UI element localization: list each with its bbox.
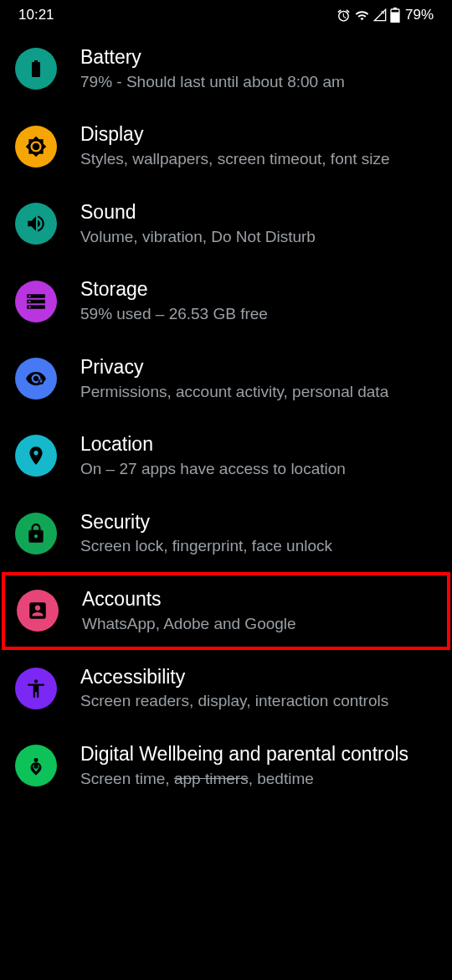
wellbeing-sub-strike: app timers [174, 770, 249, 787]
alarm-icon [336, 8, 351, 23]
setting-sound[interactable]: Sound Volume, vibration, Do Not Disturb [0, 185, 452, 262]
setting-wellbeing[interactable]: Digital Wellbeing and parental controls … [0, 727, 452, 804]
privacy-icon [15, 358, 57, 400]
accounts-icon [17, 590, 59, 632]
svg-rect-3 [391, 13, 399, 23]
storage-icon [15, 281, 57, 322]
setting-battery-sub: 79% - Should last until about 8:00 am [80, 72, 437, 93]
setting-accessibility[interactable]: Accessibility Screen readers, display, i… [0, 650, 452, 727]
setting-storage-text: Storage 59% used – 26.53 GB free [80, 277, 437, 324]
sound-icon [15, 203, 57, 245]
setting-display-title: Display [80, 122, 437, 147]
setting-privacy-text: Privacy Permissions, account activity, p… [80, 355, 437, 402]
setting-location[interactable]: Location On – 27 apps have access to loc… [0, 417, 452, 494]
setting-accessibility-sub: Screen readers, display, interaction con… [80, 691, 437, 712]
setting-accounts-text: Accounts WhatsApp, Adobe and Google [82, 587, 435, 634]
status-battery-pct: 79% [405, 7, 434, 23]
setting-storage-sub: 59% used – 26.53 GB free [80, 304, 437, 325]
setting-location-text: Location On – 27 apps have access to loc… [80, 432, 437, 479]
battery-icon [15, 48, 57, 90]
setting-privacy[interactable]: Privacy Permissions, account activity, p… [0, 340, 452, 417]
battery-icon [390, 8, 400, 23]
security-icon [15, 513, 57, 554]
setting-location-title: Location [80, 432, 437, 456]
wellbeing-icon [15, 745, 57, 787]
setting-security-sub: Screen lock, fingerprint, face unlock [80, 536, 437, 557]
setting-security-text: Security Screen lock, fingerprint, face … [80, 510, 437, 557]
setting-wellbeing-text: Digital Wellbeing and parental controls … [80, 742, 437, 789]
setting-accounts[interactable]: Accounts WhatsApp, Adobe and Google [2, 572, 450, 649]
status-time: 10:21 [18, 7, 54, 23]
wellbeing-sub-post: , bedtime [249, 770, 314, 787]
setting-battery[interactable]: Battery 79% - Should last until about 8:… [0, 30, 452, 107]
signal-icon: R [373, 8, 387, 22]
setting-accessibility-title: Accessibility [80, 665, 437, 689]
setting-storage[interactable]: Storage 59% used – 26.53 GB free [0, 262, 452, 339]
setting-sound-text: Sound Volume, vibration, Do Not Disturb [80, 200, 437, 247]
status-right: R 79% [336, 7, 434, 23]
setting-accounts-sub: WhatsApp, Adobe and Google [82, 614, 435, 635]
setting-accessibility-text: Accessibility Screen readers, display, i… [80, 665, 437, 712]
location-icon [15, 435, 57, 477]
setting-location-sub: On – 27 apps have access to location [80, 459, 437, 480]
accessibility-icon [15, 668, 57, 709]
setting-sound-title: Sound [80, 200, 437, 224]
setting-battery-title: Battery [80, 45, 437, 70]
setting-display-sub: Styles, wallpapers, screen timeout, font… [80, 149, 437, 170]
setting-display[interactable]: Display Styles, wallpapers, screen timeo… [0, 107, 452, 184]
wifi-icon [354, 8, 370, 23]
setting-wellbeing-title: Digital Wellbeing and parental controls [80, 742, 437, 766]
setting-battery-text: Battery 79% - Should last until about 8:… [80, 45, 437, 92]
svg-text:R: R [381, 10, 385, 15]
setting-sound-sub: Volume, vibration, Do Not Disturb [80, 227, 437, 248]
setting-security[interactable]: Security Screen lock, fingerprint, face … [0, 495, 452, 572]
status-bar: 10:21 R 79% [0, 0, 452, 25]
settings-list: Battery 79% - Should last until about 8:… [0, 25, 452, 804]
setting-wellbeing-sub: Screen time, app timers, bedtime [80, 769, 437, 790]
setting-storage-title: Storage [80, 277, 437, 302]
setting-security-title: Security [80, 510, 437, 534]
setting-privacy-sub: Permissions, account activity, personal … [80, 382, 437, 403]
svg-rect-5 [40, 380, 43, 382]
setting-privacy-title: Privacy [80, 355, 437, 379]
setting-accounts-title: Accounts [82, 587, 435, 611]
setting-display-text: Display Styles, wallpapers, screen timeo… [80, 122, 437, 169]
wellbeing-sub-pre: Screen time, [80, 770, 174, 787]
display-icon [15, 126, 57, 168]
svg-point-6 [34, 758, 39, 762]
